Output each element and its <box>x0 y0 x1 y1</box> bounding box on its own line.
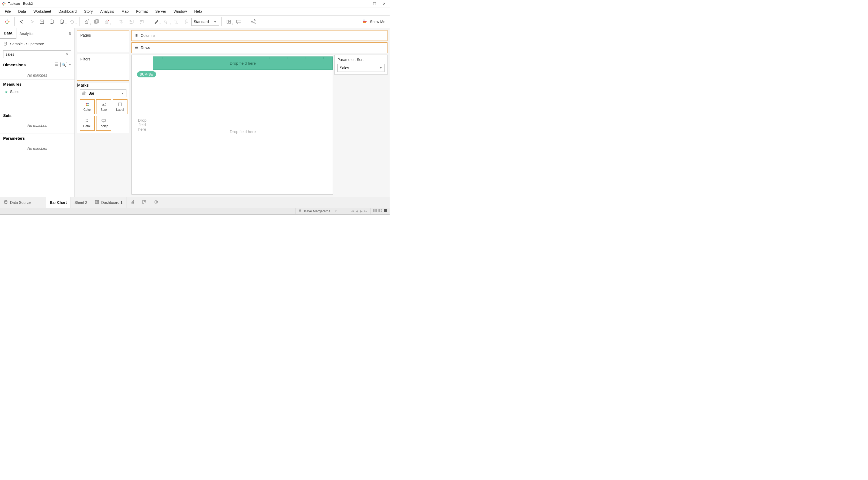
close-button[interactable]: ✕ <box>383 2 386 6</box>
svg-rect-78 <box>137 34 138 37</box>
grid-film-icon[interactable] <box>378 209 382 213</box>
column-drop-header[interactable]: Drop field here <box>153 56 333 70</box>
svg-point-63 <box>86 103 87 104</box>
rows-shelf[interactable]: Rows <box>131 42 388 53</box>
group-button[interactable]: ▾ <box>161 17 171 27</box>
menu-format[interactable]: Format <box>132 8 151 14</box>
grid-small-icon[interactable] <box>373 209 377 213</box>
show-me-button[interactable]: Show Me <box>361 19 388 24</box>
menubar: File Data Worksheet Dashboard Story Anal… <box>0 7 390 16</box>
swap-button[interactable] <box>116 17 126 27</box>
svg-point-51 <box>251 21 253 23</box>
save-button[interactable] <box>37 17 47 27</box>
minimize-button[interactable]: — <box>363 2 367 6</box>
sort-desc-button[interactable] <box>136 17 147 27</box>
parameters-empty: No matches <box>0 143 74 153</box>
pin-button[interactable] <box>181 17 191 27</box>
svg-rect-56 <box>363 20 365 21</box>
svg-rect-24 <box>86 21 87 24</box>
user-menu[interactable]: Issye Margaretha ▼ <box>295 208 348 214</box>
pages-shelf[interactable]: Pages <box>77 30 129 52</box>
share-button[interactable] <box>248 17 258 27</box>
menu-file[interactable]: File <box>1 8 14 14</box>
user-icon <box>298 209 302 213</box>
tableau-home-icon[interactable] <box>2 17 12 27</box>
svg-rect-39 <box>140 20 143 21</box>
find-icon[interactable]: 🔍 <box>60 62 67 67</box>
view-list-icon[interactable]: ☰ <box>55 62 58 67</box>
svg-rect-75 <box>102 119 105 122</box>
menu-window[interactable]: Window <box>170 8 191 14</box>
menu-help[interactable]: Help <box>191 8 206 14</box>
svg-point-82 <box>4 200 7 202</box>
svg-rect-98 <box>373 210 374 211</box>
maximize-button[interactable]: ☐ <box>373 2 376 6</box>
new-dashboard-tab[interactable]: + <box>138 197 150 208</box>
refresh-button[interactable]: ▾ <box>67 17 77 27</box>
redo-button[interactable] <box>27 17 37 27</box>
svg-rect-17 <box>41 20 43 21</box>
measures-header: Measures <box>0 80 74 89</box>
menu-worksheet[interactable]: Worksheet <box>30 8 55 14</box>
svg-rect-23 <box>85 22 86 24</box>
undo-button[interactable] <box>17 17 27 27</box>
svg-point-65 <box>86 105 87 106</box>
dimensions-empty: No matches <box>0 69 74 80</box>
cards-button[interactable]: ▾ <box>224 17 234 27</box>
fit-selector[interactable]: Standard▼ <box>191 18 219 26</box>
new-story-tab[interactable]: + <box>150 197 162 208</box>
columns-shelf[interactable]: Columns <box>131 30 388 41</box>
pause-updates-button[interactable]: ▾ <box>57 17 67 27</box>
marks-color[interactable]: Color <box>80 99 95 114</box>
nav-first-icon[interactable]: ⏮ <box>351 209 354 213</box>
search-input[interactable] <box>6 52 65 56</box>
nav-prev-icon[interactable]: ◀ <box>356 209 358 213</box>
new-datasource-button[interactable]: + <box>47 17 57 27</box>
marks-card: Marks Bar ▼ Color Size TLabel Detail Too… <box>77 83 129 133</box>
marks-label[interactable]: TLabel <box>113 99 127 114</box>
tab-analytics[interactable]: Analytics⇅ <box>16 28 74 39</box>
mark-type-selector[interactable]: Bar ▼ <box>80 89 126 97</box>
number-icon: # <box>5 90 7 94</box>
nav-last-icon[interactable]: ⏭ <box>364 209 368 213</box>
menu-data[interactable]: Data <box>14 8 30 14</box>
nav-next-icon[interactable]: ▶ <box>360 209 363 213</box>
grid-full-icon[interactable] <box>384 209 387 213</box>
marks-size[interactable]: Size <box>96 99 111 114</box>
svg-rect-76 <box>135 34 135 37</box>
dimensions-menu-caret[interactable]: ▼ <box>67 63 71 66</box>
parameter-selector[interactable]: Sales▼ <box>337 64 384 72</box>
svg-rect-83 <box>95 200 97 204</box>
duplicate-button[interactable] <box>92 17 102 27</box>
presentation-button[interactable] <box>234 17 244 27</box>
view-canvas[interactable]: Drop field here Drop field here SUM(Sa D… <box>131 55 333 194</box>
new-worksheet-tab[interactable]: + <box>126 197 138 208</box>
data-source-tab[interactable]: Data Source <box>0 197 46 208</box>
menu-analysis[interactable]: Analysis <box>96 8 118 14</box>
sheet-tab-bar-chart[interactable]: Bar Chart <box>46 197 71 208</box>
svg-rect-31 <box>105 22 106 24</box>
datasource-item[interactable]: Sample - Superstore <box>0 39 74 49</box>
menu-story[interactable]: Story <box>80 8 96 14</box>
marks-tooltip[interactable]: Tooltip <box>96 116 111 131</box>
marks-detail[interactable]: Detail <box>80 116 95 131</box>
window-title: Tableau - Book2 <box>8 2 33 6</box>
sheet-tab-dashboard1[interactable]: Dashboard 1 <box>91 197 126 208</box>
label-button[interactable]: T <box>171 17 181 27</box>
tab-data[interactable]: Data <box>0 28 16 39</box>
field-sales[interactable]: # Sales <box>0 89 74 95</box>
sheet-tab-sheet2[interactable]: Sheet 2 <box>71 197 91 208</box>
menu-map[interactable]: Map <box>118 8 132 14</box>
highlight-button[interactable]: ▾ <box>151 17 161 27</box>
new-worksheet-button[interactable]: +▾ <box>82 17 92 27</box>
sort-asc-button[interactable] <box>126 17 136 27</box>
clear-button[interactable]: ▾ <box>102 17 112 27</box>
dragging-pill[interactable]: SUM(Sa <box>137 71 156 78</box>
filters-shelf[interactable]: Filters <box>77 54 129 81</box>
parameter-panel: Parameter: Sort Sales▼ <box>335 55 388 75</box>
menu-dashboard[interactable]: Dashboard <box>55 8 81 14</box>
clear-search-button[interactable]: × <box>65 52 69 57</box>
row-drop-placeholder: Drop field here <box>138 118 147 131</box>
svg-rect-48 <box>237 20 241 23</box>
menu-server[interactable]: Server <box>152 8 170 14</box>
